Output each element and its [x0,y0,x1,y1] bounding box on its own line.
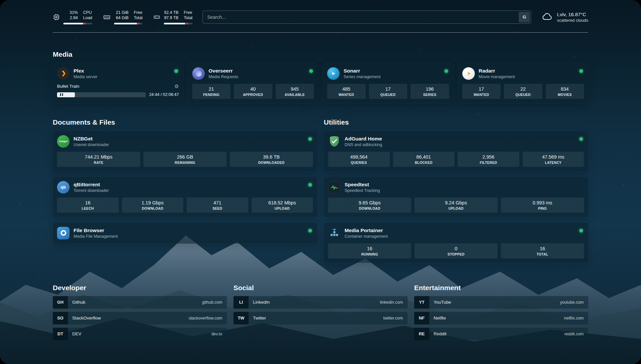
radarr-stat-wanted: 17 WANTED [462,84,501,99]
app-name-qbittorrent: qBittorrent [74,182,109,188]
disk-total-value: 97.9 TB [164,15,179,20]
portainer-icon [328,227,341,239]
cpu-icon [53,14,60,21]
plex-now-playing: Bullet Train [57,84,79,89]
search-input[interactable] [203,11,518,23]
disk-widget: 52.4 TB 97.9 TB Free Total [153,10,192,24]
app-card-overseerr[interactable]: Overseerr Media Requests 21 PENDING 40 A… [188,63,319,103]
status-online-dot [308,229,312,232]
plex-icon [57,67,70,80]
app-card-adguard[interactable]: AdGuard Home DNS and adblocking 498,564 … [324,131,588,171]
bookmark-abbr: NF [414,312,429,324]
nzbget-stat-downloaded: 39.6 TB DOWNLOADED [230,152,313,167]
qbittorrent-icon: qb [57,181,70,194]
speedtest-stat-download: 9.65 Gbps DOWNLOAD [328,197,411,213]
app-subtitle-radarr: Movie management [479,75,515,79]
cpu-load-label: Load [83,15,92,20]
portainer-stat-total: 16 TOTAL [501,243,584,258]
sonarr-stat-wanted: 485 WANTED [327,84,366,99]
search-engine-button[interactable]: G [519,12,530,22]
section-developer: Developer GH Github github.com SO StackO… [53,284,227,340]
adguard-stat-queries: 498,564 QUERIES [328,152,390,167]
app-subtitle-sonarr: Series management [344,75,381,79]
status-online-dot [444,69,448,73]
status-online-dot [579,229,583,232]
overseerr-stat-pending: 21 PENDING [192,84,231,99]
ram-icon [103,14,111,21]
bookmark-abbr: TW [233,312,249,324]
app-subtitle-speedtest: Speedtest Tracking [345,188,380,193]
bookmark-abbr: DT [53,328,68,340]
app-name-portainer: Media Portainer [345,228,388,233]
app-card-nzbget[interactable]: nzbget NZBGet Usenet downloader 744.21 M… [53,131,317,171]
ram-total-label: Total [134,15,142,20]
bookmark-abbr: YT [414,296,429,309]
pause-icon [60,93,61,96]
app-subtitle-qbittorrent: Torrent downloader [74,188,109,193]
status-online-dot [308,137,312,141]
settings-gear-icon[interactable]: ⚙ [174,83,179,89]
disk-free-value: 52.4 TB [164,10,179,15]
app-subtitle-adguard: DNS and adblocking [345,142,382,147]
bookmark-abbr: LI [233,296,249,309]
bookmark-linkedin[interactable]: LI LinkedIn linkedin.com [233,296,408,309]
app-card-filebrowser[interactable]: File Browser Media File Management [53,223,317,244]
section-title-documents: Documents & Files [53,118,317,126]
bookmark-youtube[interactable]: YT YouTube youtube.com [414,296,588,309]
section-social: Social LI LinkedIn linkedin.com TW Twitt… [233,284,408,340]
qbittorrent-stat-upload: 618.52 Mbps UPLOAD [252,197,313,213]
speedtest-icon [328,181,341,194]
app-card-portainer[interactable]: Media Portainer Container management 16 … [324,223,588,263]
plex-progress-bar[interactable] [57,92,146,97]
adguard-shield-icon [328,135,341,148]
bookmark-abbr: SO [53,312,68,324]
bookmark-abbr: GH [53,296,68,309]
app-subtitle-overseerr: Media Requests [209,75,238,79]
status-online-dot [579,137,583,141]
ram-total-value: 64 GiB [116,15,129,20]
cpu-usage-bar [63,23,92,24]
app-card-plex[interactable]: Plex Media server Bullet Train ⚙ [53,63,183,103]
section-title-developer: Developer [53,284,227,292]
app-card-radarr[interactable]: Radarr Movie management 17 WANTED 22 QUE… [458,63,589,103]
top-bar: 31% 2.94 CPU Load [53,0,588,24]
app-name-adguard: AdGuard Home [345,136,382,142]
bookmark-netflix[interactable]: NF Netflix netflix.com [414,312,588,324]
overseerr-icon [192,67,205,80]
overseerr-stat-approved: 40 APPROVED [234,84,272,99]
nzbget-icon: nzbget [57,135,70,148]
disk-usage-bar [164,23,192,24]
section-media: Media Plex Media serve [53,50,588,103]
bookmark-stackoverflow[interactable]: SO StackOverflow stackoverflow.com [53,312,227,324]
radarr-stat-queued: 22 QUEUED [504,84,542,99]
disk-free-label: Free [184,10,192,15]
app-subtitle-portainer: Container management [345,234,388,239]
bookmark-github[interactable]: GH Github github.com [53,296,227,309]
bookmark-twitter[interactable]: TW Twitter twitter.com [233,312,408,324]
dashboard: 31% 2.94 CPU Load [0,0,641,364]
app-name-nzbget: NZBGet [74,136,109,142]
adguard-stat-blocked: 86,401 BLOCKED [393,152,455,167]
ram-free-value: 21 GiB [116,10,129,15]
app-card-speedtest[interactable]: Speedtest Speedtest Tracking 9.65 Gbps D… [324,177,588,217]
app-card-qbittorrent[interactable]: qb qBittorrent Torrent downloader 16 [53,177,317,217]
nzbget-stat-rate: 744.21 Mbps RATE [57,152,140,167]
bookmark-dev[interactable]: DT DEV dev.to [53,328,227,340]
cpu-label: CPU [83,10,92,15]
weather-location: Lviv, 16.87°C [557,12,588,17]
cpu-widget: 31% 2.94 CPU Load [53,10,92,24]
filebrowser-icon [57,227,70,239]
app-card-sonarr[interactable]: Sonarr Series management 485 WANTED 17 Q… [323,63,453,103]
portainer-stat-stopped: 0 STOPPED [414,243,498,258]
app-name-sonarr: Sonarr [344,68,381,74]
status-online-dot [309,69,313,73]
adguard-stat-latency: 47.569 ms LATENCY [523,152,584,167]
qbittorrent-stat-leech: 16 LEECH [57,197,119,213]
section-title-social: Social [233,284,408,292]
qbittorrent-stat-download: 1.19 Gbps DOWNLOAD [122,197,184,213]
section-documents-files: Documents & Files nzbget NZBGet Usenet d… [53,118,317,263]
sonarr-stat-series: 196 SERIES [411,84,449,99]
radarr-icon [462,67,475,80]
bookmark-reddit[interactable]: RE Reddit reddit.com [414,328,588,340]
section-utilities: Utilities [324,118,588,263]
